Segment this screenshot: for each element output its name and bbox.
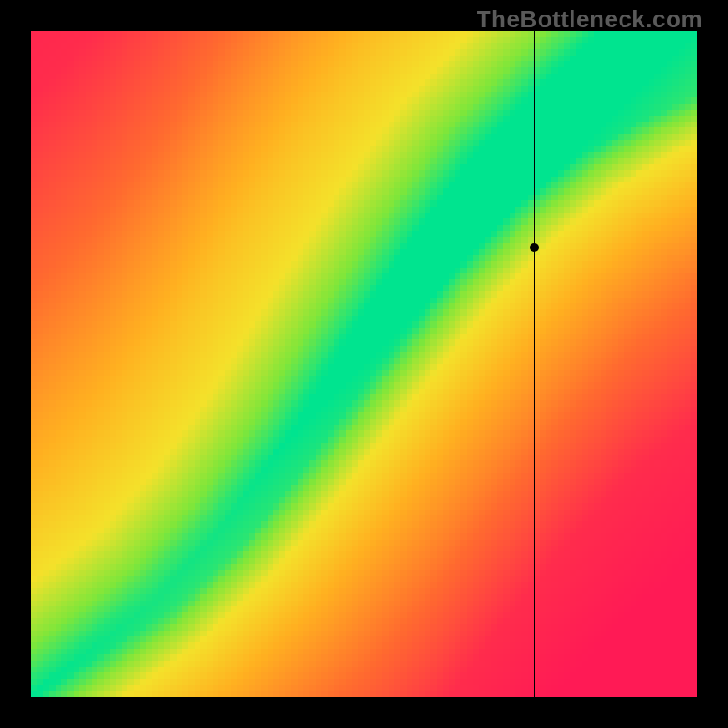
chart-frame: TheBottleneck.com xyxy=(0,0,728,728)
heatmap-plot xyxy=(31,31,697,697)
crosshair-vertical xyxy=(534,31,536,697)
heatmap-canvas xyxy=(31,31,697,697)
crosshair-horizontal xyxy=(31,248,697,249)
watermark-text: TheBottleneck.com xyxy=(477,5,703,34)
marker-dot xyxy=(530,243,539,252)
